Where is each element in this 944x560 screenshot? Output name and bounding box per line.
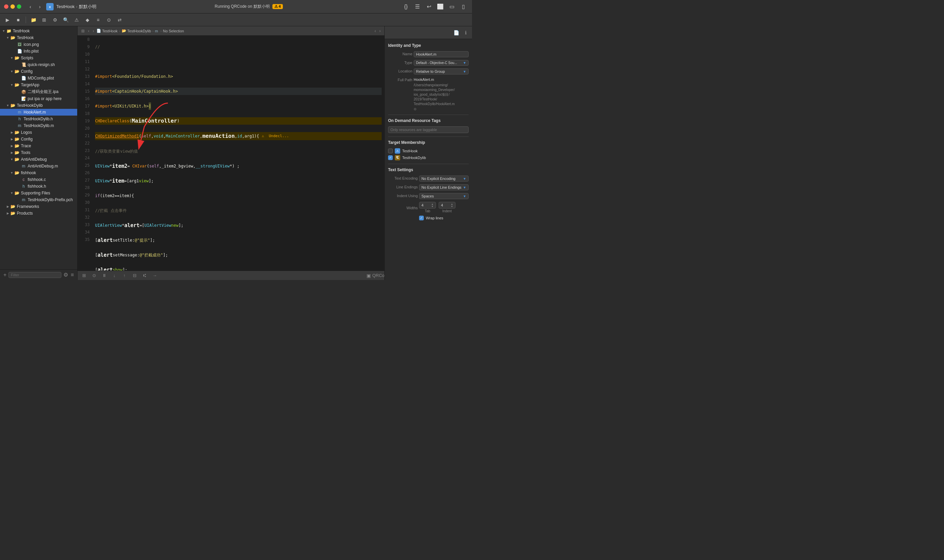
sidebar-item-info-plist[interactable]: ▶ 📄 Info.plist <box>0 48 77 55</box>
tags-input[interactable] <box>388 126 469 133</box>
sidebar-item-fishhook-h[interactable]: ▶ h fishhook.h <box>0 183 77 190</box>
grid-nav-button[interactable]: ⊞ <box>80 29 86 33</box>
forward-button[interactable]: › <box>36 3 43 11</box>
sidebar-item-quick-resign-sh[interactable]: ▶ 📜 quick-resign.sh <box>0 62 77 68</box>
panel-toggle[interactable]: ▭ <box>447 3 457 11</box>
sidebar-item-supporting-files[interactable]: ▼ 📂 Supporting Files <box>0 190 77 197</box>
debug-button[interactable]: ◆ <box>83 15 92 25</box>
prev-issue-button[interactable]: ‹ <box>373 29 377 33</box>
on-demand-title: On Demand Resource Tags <box>388 118 469 123</box>
reveal-in-finder-icon[interactable]: ⊙ <box>414 107 416 111</box>
list-button[interactable]: ≡ <box>93 15 103 25</box>
sidebar-item-label: TestHookDylib-Prefix.pch <box>28 197 73 202</box>
sidebar-item-put-ipa[interactable]: ▶ 📝 put ipa or app here <box>0 95 77 102</box>
bookmark-statusbar-button[interactable]: ⊙ <box>90 272 98 279</box>
sidebar-item-scripts[interactable]: ▼ 📂 Scripts <box>0 55 77 62</box>
close-button[interactable] <box>4 5 8 9</box>
inspector-toggle[interactable]: ▯ <box>458 3 468 11</box>
sidebar-item-testhookdylib-h[interactable]: ▶ h TestHookDylib.h <box>0 115 77 122</box>
tab-width-stepper[interactable]: 4 ▲▼ <box>419 202 436 209</box>
sidebar-item-fishhook[interactable]: ▼ 📂 fishhook <box>0 169 77 176</box>
maximize-button[interactable] <box>17 5 21 9</box>
type-dropdown[interactable]: Default - Objective-C Sou... ▼ <box>414 60 469 66</box>
code-line-14: //获取类变量view的值 <box>95 148 382 155</box>
search-button[interactable]: 🔍 <box>61 15 71 25</box>
sidebar-item-testhook-root[interactable]: ▼ 📁 TestHook <box>0 28 77 34</box>
grid-statusbar-button[interactable]: ⊞ <box>80 272 88 279</box>
sidebar-item-prefix-pch[interactable]: ▶ m TestHookDylib-Prefix.pch <box>0 197 77 203</box>
back-button[interactable]: ‹ <box>27 3 34 11</box>
bookmark-button[interactable]: ⊙ <box>104 15 114 25</box>
download-statusbar-button[interactable]: ↓ <box>111 272 118 279</box>
encoding-dropdown[interactable]: No Explicit Encoding ▼ <box>419 175 469 182</box>
wrap-lines-checkbox[interactable]: ✓ <box>419 215 424 220</box>
sidebar-item-config[interactable]: ▼ 📂 Config <box>0 68 77 75</box>
curly-braces-button[interactable]: {} <box>401 3 411 11</box>
sidebar-item-logos[interactable]: ▶ 📂 Logos <box>0 129 77 136</box>
code-editor[interactable]: 8 9 10 11 12 13 14 15 16 17 18 19 20 21 … <box>77 36 384 271</box>
wrap-lines-row: ✓ Wrap lines <box>388 215 469 220</box>
warning-button[interactable]: ⚠ <box>72 15 81 25</box>
sidebar-item-antiantidebug-m[interactable]: ▶ m AntiAntiDebug.m <box>0 163 77 169</box>
inspector-tab-info[interactable]: ℹ <box>462 29 469 36</box>
inspector-tab-file[interactable]: 📄 <box>452 29 460 36</box>
name-label: Name <box>388 51 412 56</box>
add-file-button[interactable]: + <box>3 271 7 278</box>
sidebar-item-testhookdylib[interactable]: ▼ 📂 TestHookDylib <box>0 102 77 109</box>
sidebar-item-tools[interactable]: ▶ 📂 Tools <box>0 149 77 156</box>
sidebar-item-label: TestHookDylib.h <box>23 117 53 121</box>
minimize-button[interactable] <box>11 5 15 9</box>
traffic-lights <box>4 5 21 9</box>
editor-area: ⊞ ‹ › 📄 TestHook › 📂 TestHookDylib › m ›… <box>77 26 384 280</box>
diff-button[interactable]: ⇄ <box>115 15 124 25</box>
navigator-toggle[interactable]: ☰ <box>413 3 422 11</box>
line-endings-row: Line Endings No Explicit Line Endings ▼ <box>388 184 469 190</box>
jump-button[interactable]: ↩ <box>424 3 433 11</box>
folder-button[interactable]: 📁 <box>29 15 38 25</box>
sidebar-item-antiantidebug[interactable]: ▼ 📂 AntiAntiDebug <box>0 156 77 163</box>
sidebar-item-hookalert-m[interactable]: ▶ m HookAlert.m <box>0 109 77 115</box>
forward-nav-button[interactable]: › <box>92 29 95 33</box>
sidebar-item-fishhook-c[interactable]: ▶ c fishhook.c <box>0 176 77 183</box>
sidebar-item-mdconfig-plist[interactable]: ▶ 📄 MDConfig.plist <box>0 75 77 82</box>
folder-icon: 📂 <box>14 69 20 74</box>
line-endings-dropdown[interactable]: No Explicit Line Endings ▼ <box>419 184 469 190</box>
sidebar-item-products[interactable]: ▶ 📂 Products <box>0 210 77 217</box>
sidebar-item-targetapp[interactable]: ▼ 📂 TargetApp <box>0 82 77 88</box>
sidebar-item-qr-ipa[interactable]: ▶ 📦 二维码全能王.ipa <box>0 88 77 95</box>
sidebar-item-label: Supporting Files <box>21 191 50 195</box>
indent-using-dropdown[interactable]: Spaces ▼ <box>419 193 469 199</box>
back-nav-button[interactable]: ‹ <box>87 29 90 33</box>
view-statusbar-button[interactable]: ⊟ <box>131 272 138 279</box>
sidebar-item-trace[interactable]: ▶ 📂 Trace <box>0 143 77 149</box>
editor-toggle[interactable]: ⬜ <box>436 3 445 11</box>
sidebar-item-testhook-sub[interactable]: ▼ 📂 TestHook <box>0 34 77 41</box>
settings-button[interactable]: ⚙ <box>50 15 60 25</box>
breadcrumb-dylib: 📂 TestHookDylib <box>122 29 151 33</box>
pause-statusbar-button[interactable]: ⏸ <box>100 272 108 279</box>
sidebar-item-testhookdylib-m[interactable]: ▶ m TestHookDylib.m <box>0 122 77 129</box>
arrow-statusbar-button[interactable]: → <box>151 272 159 279</box>
target1-checkbox[interactable] <box>388 149 393 153</box>
filter-input[interactable] <box>8 272 61 278</box>
sidebar-item-label: 二维码全能王.ipa <box>28 89 58 95</box>
target2-row: ✓ 🏗 TestHookDylib <box>388 155 469 160</box>
name-field[interactable]: HookAlert.m <box>414 51 469 57</box>
filter-options-button[interactable]: ⚙ <box>63 271 69 278</box>
target2-checkbox[interactable]: ✓ <box>388 155 393 160</box>
next-issue-button[interactable]: › <box>378 29 382 33</box>
sidebar-item-config2[interactable]: ▶ 📂 Config <box>0 136 77 143</box>
folder-icon: 📂 <box>14 190 20 196</box>
run-button[interactable]: ▶ <box>3 15 12 25</box>
filter-search-button[interactable]: ≡ <box>70 271 74 278</box>
folder-icon: 📂 <box>14 170 20 175</box>
stop-button[interactable]: ■ <box>14 15 23 25</box>
branch-statusbar-button[interactable]: ⑆ <box>141 272 148 279</box>
indent-width-stepper[interactable]: 4 ▲▼ <box>439 202 455 209</box>
upload-statusbar-button[interactable]: ↑ <box>121 272 128 279</box>
location-dropdown[interactable]: Relative to Group ▼ <box>414 68 469 74</box>
sidebar-item-icon-png[interactable]: ▶ 🖼 icon.png <box>0 41 77 48</box>
sidebar-item-frameworks[interactable]: ▶ 📂 Frameworks <box>0 203 77 210</box>
add-button[interactable]: ⊞ <box>39 15 49 25</box>
breadcrumb: 📄 TestHook <box>96 29 118 33</box>
